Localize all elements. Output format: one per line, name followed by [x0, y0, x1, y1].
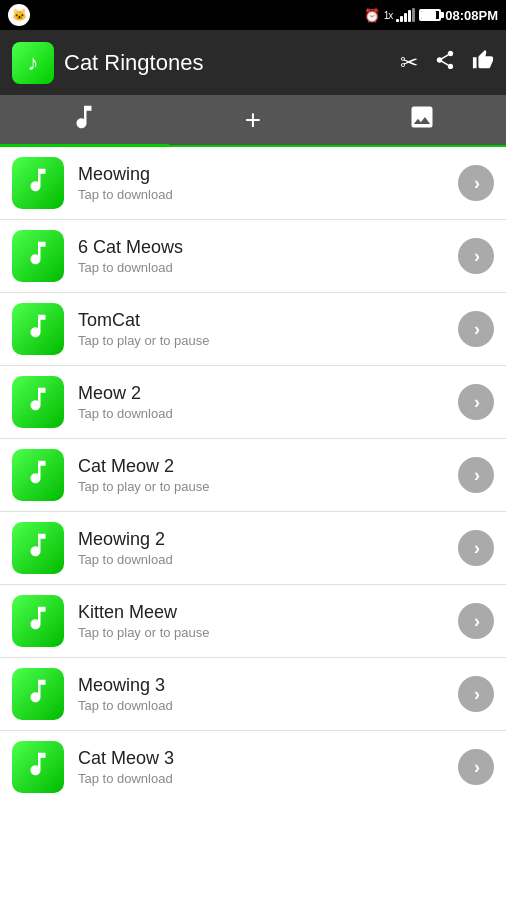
alarm-icon: ⏰	[364, 8, 380, 23]
tab-bar: +	[0, 95, 506, 147]
chevron-right-icon: ›	[474, 538, 480, 559]
share-button[interactable]	[434, 49, 456, 77]
ringtone-name: Kitten Meew	[78, 602, 458, 623]
ringtone-status: Tap to download	[78, 698, 458, 713]
chevron-right-icon: ›	[474, 392, 480, 413]
ringtone-name: Meowing	[78, 164, 458, 185]
ringtone-thumb	[12, 741, 64, 793]
ringtone-music-icon	[23, 165, 53, 202]
ringtone-info: Meow 2 Tap to download	[78, 383, 458, 421]
ringtone-status: Tap to play or to pause	[78, 479, 458, 494]
ringtone-status: Tap to play or to pause	[78, 333, 458, 348]
ringtone-info: Kitten Meew Tap to play or to pause	[78, 602, 458, 640]
ringtone-arrow-button[interactable]: ›	[458, 238, 494, 274]
signal-bar-4	[408, 10, 411, 22]
ringtone-item[interactable]: Cat Meow 3 Tap to download ›	[0, 731, 506, 803]
ringtone-status: Tap to play or to pause	[78, 625, 458, 640]
tab-add[interactable]: +	[169, 95, 338, 145]
ringtone-name: Meowing 2	[78, 529, 458, 550]
ringtone-item[interactable]: 6 Cat Meows Tap to download ›	[0, 220, 506, 293]
signal-bar-3	[404, 13, 407, 22]
ringtone-item[interactable]: Meow 2 Tap to download ›	[0, 366, 506, 439]
ringtone-thumb	[12, 376, 64, 428]
network-type: 1x	[384, 10, 393, 21]
signal-bar-1	[396, 19, 399, 22]
chevron-right-icon: ›	[474, 319, 480, 340]
chevron-right-icon: ›	[474, 684, 480, 705]
status-time: 08:08PM	[445, 8, 498, 23]
ringtone-arrow-button[interactable]: ›	[458, 384, 494, 420]
ringtone-name: 6 Cat Meows	[78, 237, 458, 258]
music-note-tab-icon	[69, 102, 99, 138]
ringtone-info: Cat Meow 2 Tap to play or to pause	[78, 456, 458, 494]
ringtone-item[interactable]: Meowing 3 Tap to download ›	[0, 658, 506, 731]
ringtone-name: Cat Meow 2	[78, 456, 458, 477]
ringtone-status: Tap to download	[78, 406, 458, 421]
status-bar: 🐱 ⏰ 1x 08:08PM	[0, 0, 506, 30]
cat-icon: 🐱	[8, 4, 30, 26]
ringtone-name: Meow 2	[78, 383, 458, 404]
scissors-icon: ✂	[400, 50, 418, 75]
ringtone-info: Meowing 3 Tap to download	[78, 675, 458, 713]
app-bar: ♪ Cat Ringtones ✂	[0, 30, 506, 95]
ringtone-music-icon	[23, 311, 53, 348]
ringtone-item[interactable]: Cat Meow 2 Tap to play or to pause ›	[0, 439, 506, 512]
tab-image[interactable]	[337, 95, 506, 145]
ringtone-music-icon	[23, 457, 53, 494]
ringtone-item[interactable]: Meowing Tap to download ›	[0, 147, 506, 220]
ringtone-info: Cat Meow 3 Tap to download	[78, 748, 458, 786]
share-icon	[434, 55, 456, 75]
add-tab-icon: +	[245, 104, 261, 136]
ringtone-info: Meowing 2 Tap to download	[78, 529, 458, 567]
ringtone-item[interactable]: Meowing 2 Tap to download ›	[0, 512, 506, 585]
chevron-right-icon: ›	[474, 173, 480, 194]
app-icon: ♪	[12, 42, 54, 84]
signal-bar-2	[400, 16, 403, 22]
chevron-right-icon: ›	[474, 757, 480, 778]
ringtone-thumb	[12, 230, 64, 282]
tab-music[interactable]	[0, 95, 169, 145]
chevron-right-icon: ›	[474, 611, 480, 632]
ringtone-thumb	[12, 303, 64, 355]
ringtone-arrow-button[interactable]: ›	[458, 530, 494, 566]
battery-icon	[419, 9, 441, 21]
chevron-right-icon: ›	[474, 465, 480, 486]
status-left: 🐱	[8, 4, 30, 26]
app-music-note-icon: ♪	[28, 50, 39, 76]
ringtone-music-icon	[23, 530, 53, 567]
ringtone-thumb	[12, 157, 64, 209]
image-tab-icon	[408, 103, 436, 137]
ringtone-info: TomCat Tap to play or to pause	[78, 310, 458, 348]
ringtone-item[interactable]: Kitten Meew Tap to play or to pause ›	[0, 585, 506, 658]
ringtone-thumb	[12, 595, 64, 647]
ringtone-status: Tap to download	[78, 260, 458, 275]
status-right: ⏰ 1x 08:08PM	[364, 8, 498, 23]
ringtone-info: 6 Cat Meows Tap to download	[78, 237, 458, 275]
ringtone-arrow-button[interactable]: ›	[458, 457, 494, 493]
ringtone-status: Tap to download	[78, 552, 458, 567]
ringtone-arrow-button[interactable]: ›	[458, 311, 494, 347]
ringtone-thumb	[12, 522, 64, 574]
thumbsup-button[interactable]	[472, 49, 494, 77]
ringtone-music-icon	[23, 676, 53, 713]
ringtone-arrow-button[interactable]: ›	[458, 165, 494, 201]
signal-bar-5	[412, 8, 415, 22]
ringtone-status: Tap to download	[78, 187, 458, 202]
ringtone-arrow-button[interactable]: ›	[458, 603, 494, 639]
app-title: Cat Ringtones	[64, 50, 203, 76]
ringtone-name: Meowing 3	[78, 675, 458, 696]
signal-bars	[396, 8, 415, 22]
ringtone-name: Cat Meow 3	[78, 748, 458, 769]
ringtone-music-icon	[23, 238, 53, 275]
ringtone-arrow-button[interactable]: ›	[458, 749, 494, 785]
ringtone-arrow-button[interactable]: ›	[458, 676, 494, 712]
ringtone-music-icon	[23, 384, 53, 421]
ringtone-item[interactable]: TomCat Tap to play or to pause ›	[0, 293, 506, 366]
thumbsup-icon	[472, 51, 494, 76]
ringtone-list: Meowing Tap to download › 6 Cat Meows Ta…	[0, 147, 506, 900]
battery-fill	[421, 11, 435, 19]
scissors-button[interactable]: ✂	[400, 50, 418, 76]
ringtone-status: Tap to download	[78, 771, 458, 786]
app-bar-left: ♪ Cat Ringtones	[12, 42, 203, 84]
ringtone-name: TomCat	[78, 310, 458, 331]
